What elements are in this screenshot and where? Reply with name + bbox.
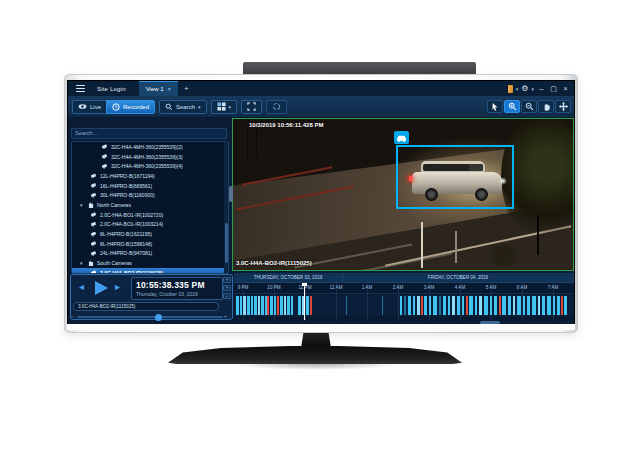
timeline-zoom-button[interactable]: + (223, 293, 231, 299)
video-panel[interactable]: 10/3/2019 10:56:11.428 PM 3.0C-H4A-BO2-I… (232, 118, 574, 271)
titlebar-right: ▾ ⚙ ▾ – ▢ × (508, 85, 570, 93)
health-panel-icon[interactable] (508, 85, 513, 93)
grid-layout-icon (217, 102, 226, 111)
tree-item-label: 24L-H4PRO-B(947081) (100, 250, 152, 256)
splitter-handle[interactable] (229, 186, 233, 202)
tree-item-label: North Cameras (97, 202, 131, 208)
camera-scene: 10/3/2019 10:56:11.428 PM 3.0C-H4A-BO2-I… (233, 119, 573, 270)
step-forward-button[interactable]: ▸ (115, 281, 120, 292)
tree-item[interactable]: 2.0C-H4A-BO1-IR(1003214) (72, 220, 228, 230)
play-button[interactable] (95, 281, 108, 295)
sign-pole (455, 231, 457, 263)
minimize-button[interactable]: – (537, 85, 546, 92)
search-input[interactable] (71, 128, 227, 139)
video-camera-overlay: 3.0C-H4A-BO2-IR(1115025) (236, 260, 312, 266)
timeline-zoom-slider[interactable] (77, 316, 223, 318)
tab-view-1[interactable]: View 1 × (139, 81, 178, 96)
hamburger-menu-icon[interactable] (76, 85, 85, 92)
live-button[interactable]: Live (72, 100, 106, 114)
activity-bar (424, 296, 427, 315)
camera-icon (102, 164, 108, 169)
caret-down-icon: ▾ (80, 260, 85, 266)
tree-item-label: 32C-H4A-4MH-360(2355539)(3) (111, 154, 183, 160)
close-button[interactable]: × (561, 85, 570, 92)
tree-item[interactable]: 12L-H4PRO-B(1671194) (72, 171, 228, 181)
activity-bar (251, 296, 253, 315)
caret-down-icon[interactable]: ▾ (531, 86, 534, 92)
monitor-chin (67, 324, 575, 330)
pan-tool-button[interactable] (538, 100, 554, 113)
camera-icon (91, 232, 97, 237)
activity-bar (448, 296, 450, 315)
camera-icon (91, 241, 97, 246)
activity-bar (499, 296, 501, 315)
gear-icon[interactable]: ⚙ (521, 85, 528, 93)
view-tools (487, 100, 571, 113)
timeline-day: THURSDAY, OCTOBER 03, 2019 (234, 273, 343, 282)
vehicle-detection-icon[interactable] (394, 131, 409, 144)
move-tool-button[interactable] (555, 100, 571, 113)
tree-item[interactable]: 32C-H4A-4MH-360(2355539)(3) (72, 152, 228, 162)
tree-item[interactable]: 16L-H4PRO-B(669561) (72, 181, 228, 191)
tree-item[interactable]: 24L-H4PRO-B(947081) (72, 249, 228, 259)
slider-knob[interactable] (155, 314, 162, 321)
timeline-activity[interactable] (234, 295, 574, 316)
fullscreen-button[interactable] (241, 100, 262, 114)
tree-group[interactable]: ▾South Cameras (72, 258, 228, 268)
caret-down-icon[interactable]: ▾ (516, 86, 519, 92)
sidebar-scrollbar[interactable] (224, 142, 228, 273)
timeline-playhead[interactable] (304, 283, 305, 320)
activity-bar (439, 296, 441, 315)
zoom-out-slider-icon[interactable]: – (71, 313, 74, 319)
caret-down-icon: ▾ (198, 104, 201, 110)
tree-item[interactable]: 32C-H4A-4MH-360(2355539)(4) (72, 161, 228, 171)
caret-down-icon: ▾ (229, 104, 232, 110)
site-login-menu[interactable]: Site Login (97, 86, 126, 92)
tree-group[interactable]: ▾North Cameras (72, 200, 228, 210)
tree-item[interactable]: 32C-H4A-4MH-360(2355539)(2) (72, 142, 228, 152)
live-recorded-toggle: Live Recorded (72, 100, 155, 114)
activity-bar (421, 296, 423, 315)
zoom-out-tool-button[interactable] (521, 100, 537, 113)
activity-bar (400, 296, 402, 315)
zoom-in-tool-button[interactable] (504, 100, 520, 113)
timeline-grid-line (336, 283, 337, 321)
layout-button[interactable]: ▾ (211, 100, 238, 114)
step-back-button[interactable]: ◂ (79, 281, 84, 292)
toolbar: Live Recorded Search ▾ ▾ (68, 96, 574, 118)
tree-item[interactable]: 8L-H4PRO-B(1621195) (72, 229, 228, 239)
zoom-in-slider-icon[interactable]: + (224, 313, 227, 319)
timeline-grid-line (491, 283, 492, 321)
timeline[interactable]: THURSDAY, OCTOBER 03, 2019 FRIDAY, OCTOB… (234, 273, 574, 325)
timeline-grid-line (460, 283, 461, 321)
activity-bar (287, 296, 290, 315)
activity-bar (306, 296, 309, 315)
activity-bar (557, 296, 560, 315)
search-button[interactable]: Search ▾ (159, 100, 207, 114)
activity-bar (310, 296, 312, 315)
tree-item[interactable]: 8L-H4PRO-B(1598148) (72, 239, 228, 249)
timeline-days: THURSDAY, OCTOBER 03, 2019 FRIDAY, OCTOB… (234, 273, 574, 283)
new-tab-button[interactable]: + (184, 84, 189, 93)
cycle-button[interactable] (266, 100, 287, 114)
activity-bar (502, 296, 506, 315)
search-icon (165, 103, 173, 111)
cycle-icon (272, 102, 281, 111)
expand-icon (247, 102, 256, 111)
tab-close-icon[interactable]: × (168, 86, 172, 92)
tree-item-label: 2.0C-H4A-BO1-IR(1003214) (100, 221, 163, 227)
tree-item[interactable]: 2.0C-H4A-BO1-IR(1002720) (72, 210, 228, 220)
camera-icon (102, 154, 108, 159)
detection-bounding-box[interactable] (396, 145, 514, 209)
maximize-button[interactable]: ▢ (549, 85, 558, 93)
monitor-stand-neck (301, 333, 331, 348)
main-content: 32C-H4A-4MH-360(2355539)(2)32C-H4A-4MH-3… (68, 118, 574, 271)
jump-back-button[interactable]: « (223, 277, 231, 283)
car-icon (396, 134, 407, 142)
tree-item[interactable]: 30L-H4PRO-B(1160900) (72, 190, 228, 200)
select-tool-button[interactable] (487, 100, 503, 113)
camera-icon (91, 173, 97, 178)
activity-bar (466, 296, 468, 315)
recorded-button[interactable]: Recorded (106, 100, 155, 114)
jump-forward-button[interactable]: » (223, 285, 231, 291)
